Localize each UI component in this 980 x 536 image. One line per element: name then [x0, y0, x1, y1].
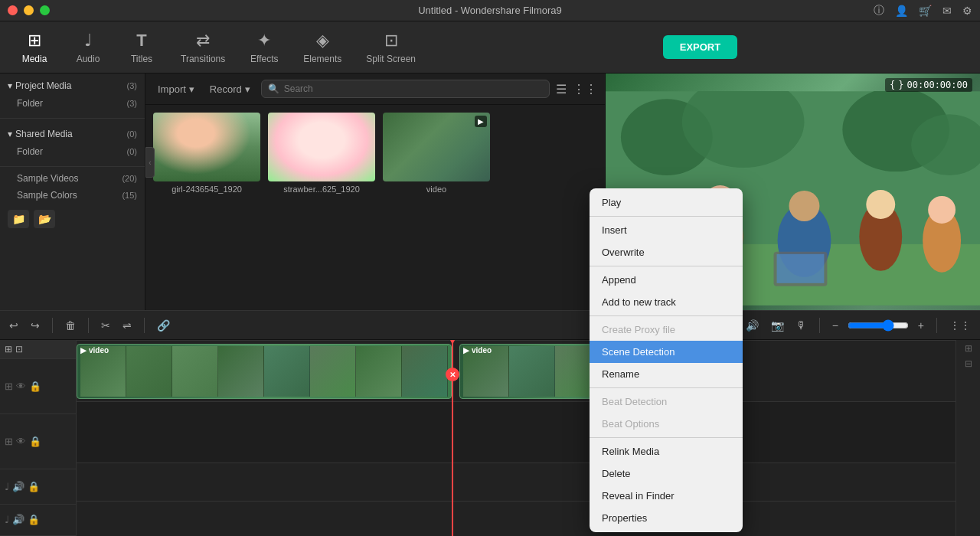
ctx-append[interactable]: Append: [590, 269, 743, 291]
toolbar-item-splitscreen[interactable]: ⊡ Split Screen: [354, 26, 428, 69]
ctx-relink-media[interactable]: Relink Media: [590, 440, 743, 462]
link-button[interactable]: 🔗: [154, 318, 173, 333]
settings-icon[interactable]: ⚙: [962, 5, 972, 17]
svg-point-9: [789, 191, 820, 221]
cut-marker: ✕: [452, 341, 453, 401]
search-input[interactable]: [284, 83, 543, 94]
filter-icon[interactable]: ☰: [556, 82, 567, 96]
folder-label: Folder: [17, 98, 43, 109]
ctx-beat-options: Beat Options: [590, 413, 743, 435]
sidebar-sub-folder[interactable]: Folder (3): [0, 95, 145, 112]
redo-button[interactable]: ↪: [28, 318, 43, 333]
ctx-properties[interactable]: Properties: [590, 507, 743, 529]
media-thumb-flower[interactable]: strawber...625_1920: [268, 113, 375, 194]
ctx-play[interactable]: Play: [590, 191, 743, 214]
toolbar-item-elements[interactable]: ◈ Elements: [291, 26, 354, 69]
ctx-beat-detection: Beat Detection: [590, 391, 743, 413]
effects-label: Effects: [250, 54, 278, 64]
speaker-button[interactable]: 🔊: [743, 318, 762, 333]
ctx-rename[interactable]: Rename: [590, 363, 743, 385]
close-button[interactable]: [8, 5, 18, 15]
eye-icon-2[interactable]: 👁: [16, 436, 26, 447]
sidebar-collapse-handle[interactable]: ‹: [145, 147, 155, 178]
info-icon[interactable]: ⓘ: [874, 4, 884, 18]
tl-separator-4: [819, 318, 820, 333]
snapshot-button[interactable]: 📷: [768, 318, 787, 333]
tl-separator-1: [52, 318, 53, 333]
cut-button[interactable]: ✂: [98, 318, 113, 333]
eye-icon[interactable]: 👁: [16, 381, 26, 392]
titles-label: Titles: [131, 54, 152, 64]
export-button[interactable]: EXPORT: [663, 35, 737, 59]
speaker-icon-2[interactable]: 🔊: [12, 514, 24, 525]
ctx-insert[interactable]: Insert: [590, 219, 743, 241]
toolbar-item-media[interactable]: ⊞ Media: [8, 26, 61, 69]
snap-button[interactable]: ⊞: [5, 344, 12, 355]
toolbar-item-effects[interactable]: ✦ Effects: [237, 26, 291, 69]
zoom-out-button[interactable]: −: [829, 318, 841, 333]
frame-6: [310, 346, 356, 397]
video-track-2[interactable]: [77, 402, 956, 463]
zoom-in-button[interactable]: +: [915, 318, 927, 333]
media-thumb-girl[interactable]: girl-2436545_1920: [153, 113, 260, 194]
voiceover-button[interactable]: 🎙: [793, 318, 810, 333]
delete-button[interactable]: 🗑: [62, 318, 79, 333]
message-icon[interactable]: ✉: [942, 5, 952, 17]
media-label: Media: [22, 54, 47, 64]
window-controls: [8, 5, 50, 15]
shared-media-section: ▾ Shared Media (0) Folder (0): [0, 122, 145, 163]
sample-colors-item[interactable]: Sample Colors (15): [0, 187, 145, 204]
flower-image: [268, 113, 375, 181]
toolbar-item-audio[interactable]: ♩ Audio: [61, 26, 115, 69]
video-clip-1[interactable]: ▶ video: [77, 344, 452, 399]
timeline-content: ⊞ ⊡ ⊞ 👁 🔒 ⊞ 👁 🔒 ♩ 🔊 🔒: [0, 340, 980, 536]
sample-videos-item[interactable]: Sample Videos (20): [0, 170, 145, 187]
speaker-icon[interactable]: 🔊: [12, 481, 24, 492]
frame-7: [356, 346, 402, 397]
record-button[interactable]: Record ▾: [205, 80, 255, 98]
video-track-2-label: ⊞ 👁 🔒: [0, 414, 76, 469]
import-label: Import: [158, 83, 186, 95]
shared-media-header[interactable]: ▾ Shared Media (0): [0, 125, 145, 143]
import-button[interactable]: Import ▾: [153, 80, 199, 98]
ctx-reveal-in-finder[interactable]: Reveal in Finder: [590, 485, 743, 507]
toolbar-item-transitions[interactable]: ⇄ Transitions: [168, 26, 237, 69]
ctx-create-proxy: Create Proxy file: [590, 319, 743, 341]
cart-icon[interactable]: 🛒: [919, 5, 932, 17]
adjust-button[interactable]: ⇌: [119, 318, 135, 333]
tl-right-btn-2[interactable]: ⊟: [965, 358, 972, 369]
new-bin-button[interactable]: 📂: [34, 210, 55, 228]
user-icon[interactable]: 👤: [895, 5, 908, 17]
thumb-flower-img: [268, 113, 375, 181]
new-folder-button[interactable]: 📁: [8, 210, 29, 228]
ctx-add-to-new-track[interactable]: Add to new track: [590, 291, 743, 313]
lock-icon-4[interactable]: 🔒: [28, 514, 40, 525]
video-track-1[interactable]: ▶ video ▶: [77, 341, 956, 402]
undo-button[interactable]: ↩: [6, 318, 21, 333]
video-image: [383, 113, 490, 181]
media-thumb-video[interactable]: ▶ video: [383, 113, 490, 194]
grid-view-icon[interactable]: ⋮⋮: [573, 82, 597, 96]
video-track-icon: ⊞: [5, 381, 13, 392]
lock-icon-2[interactable]: 🔒: [29, 436, 41, 447]
magnet-button[interactable]: ⊡: [15, 344, 23, 355]
video-track-1-label: ⊞ 👁 🔒: [0, 359, 76, 414]
lock-icon-3[interactable]: 🔒: [28, 481, 40, 492]
chevron-down-icon: ▾: [8, 80, 12, 91]
chevron-down-icon-2: ▾: [8, 129, 12, 139]
thumb-flower-label: strawber...625_1920: [268, 185, 375, 194]
tl-right-btn-1[interactable]: ⊞: [965, 343, 972, 354]
video-track-icon-2: ⊞: [5, 436, 13, 447]
sidebar-sub-folder-2[interactable]: Folder (0): [0, 143, 145, 160]
project-media-count: (3): [127, 81, 137, 90]
ctx-delete[interactable]: Delete: [590, 462, 743, 485]
more-options-button[interactable]: ⋮⋮: [946, 318, 974, 333]
zoom-slider[interactable]: [848, 319, 909, 332]
lock-icon[interactable]: 🔒: [29, 381, 41, 392]
minimize-button[interactable]: [24, 5, 34, 15]
toolbar-item-titles[interactable]: T Titles: [115, 26, 168, 69]
maximize-button[interactable]: [40, 5, 50, 15]
ctx-scene-detection[interactable]: Scene Detection: [590, 341, 743, 363]
ctx-overwrite[interactable]: Overwrite: [590, 241, 743, 263]
project-media-header[interactable]: ▾ Project Media (3): [0, 77, 145, 95]
